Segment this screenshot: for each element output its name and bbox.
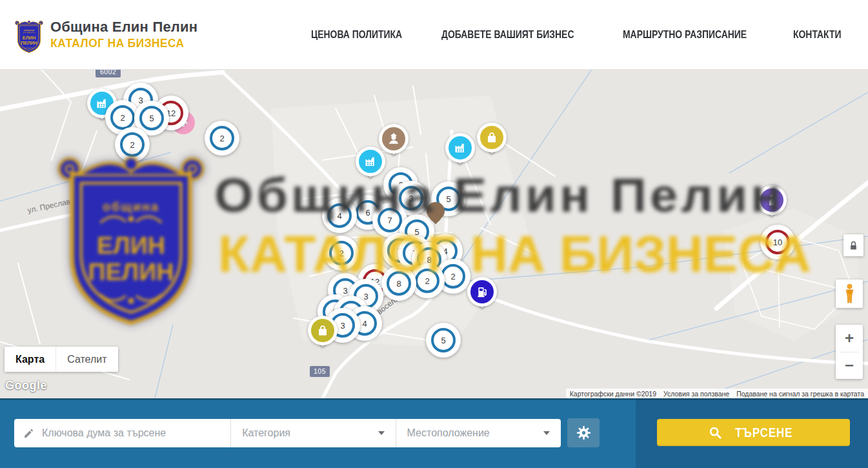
pegman-icon (843, 283, 856, 304)
crest-top-text: община (23, 29, 35, 32)
main-nav: ЦЕНОВА ПОЛИТИКА ДОБАВЕТЕ ВАШИЯТ БИЗНЕС М… (311, 28, 852, 41)
attribution-report-error-link[interactable]: Подаване на сигнал за грешка в картата (736, 390, 864, 398)
header: община ЕЛИН ПЕЛИН Община Елин Пелин КАТА… (0, 0, 868, 70)
gear-icon (576, 425, 591, 440)
keyword-field[interactable] (14, 419, 230, 447)
worker-icon (382, 127, 405, 150)
fuel-icon (470, 280, 494, 303)
attribution-terms-link[interactable]: Условия за ползване (663, 390, 729, 398)
map-type-satellite-button[interactable]: Сателит (56, 347, 117, 372)
factory-icon (359, 150, 382, 173)
cluster-marker[interactable]: 5 (426, 323, 461, 358)
chevron-down-icon (378, 431, 385, 435)
zoom-in-button[interactable]: + (836, 325, 863, 352)
search-section: Категория Местоположение (0, 398, 868, 468)
church-icon (760, 188, 783, 212)
site-logo[interactable]: община ЕЛИН ПЕЛИН Община Елин Пелин КАТА… (14, 15, 197, 54)
category-dropdown-label: Категория (242, 427, 290, 439)
search-button-label: ТЪРСЕНЕ (735, 425, 792, 440)
zoom-control: + − (836, 325, 863, 379)
attribution-copyright: Картографски данни ©2019 (570, 390, 656, 398)
factory-icon (449, 136, 472, 159)
pencil-icon (23, 428, 34, 439)
nav-pricing-policy[interactable]: ЦЕНОВА ПОЛИТИКА (311, 28, 402, 41)
map-canvas[interactable]: 6002105ул. Преславбул. „Новоселци“ 32512… (0, 70, 868, 398)
factory-pin[interactable] (445, 133, 475, 163)
municipality-crest-icon: община ЕЛИН ПЕЛИН (14, 17, 44, 54)
bag-pin[interactable] (477, 123, 507, 152)
category-dropdown[interactable]: Категория (231, 419, 395, 447)
cluster-marker[interactable]: 4 (322, 198, 357, 233)
road-number-badge: 6002 (96, 70, 121, 77)
search-fields: Категория Местоположение (14, 419, 561, 447)
nav-route-schedule[interactable]: МАРШРУТНО РАЗПИСАНИЕ (623, 28, 747, 41)
fuel-pin[interactable] (467, 277, 497, 307)
chevron-down-icon (543, 431, 550, 435)
padlock-icon (849, 240, 858, 251)
search-icon (709, 426, 722, 440)
location-dropdown[interactable]: Местоположение (396, 419, 561, 447)
cluster-marker[interactable]: 10 (760, 225, 795, 259)
map-attribution: Картографски данни ©2019 Условия за полз… (566, 389, 868, 398)
cluster-marker[interactable]: 8 (381, 266, 416, 301)
keyword-input[interactable] (42, 427, 221, 439)
map-type-control: Карта Сателит (5, 347, 118, 372)
bag-pin[interactable] (308, 316, 338, 345)
zoom-out-button[interactable]: − (836, 352, 863, 380)
nav-contacts[interactable]: КОНТАКТИ (793, 28, 842, 41)
crest-name-line1: ЕЛИН (23, 34, 35, 40)
bag-icon (311, 319, 334, 342)
google-logo: Google (5, 379, 47, 392)
cluster-marker[interactable]: 2 (324, 236, 359, 270)
search-button[interactable]: ТЪРСЕНЕ (657, 419, 850, 446)
cluster-marker[interactable]: 2 (205, 121, 239, 156)
map-type-map-button[interactable]: Карта (5, 347, 56, 372)
church-pin[interactable] (757, 185, 787, 215)
crest-name-line2: ПЕЛИН (21, 39, 37, 45)
nav-add-your-business[interactable]: ДОБАВЕТЕ ВАШИЯТ БИЗНЕС (441, 28, 574, 41)
site-title: Община Елин Пелин (50, 19, 197, 36)
lock-button[interactable] (843, 234, 863, 256)
road-number-badge: 105 (310, 366, 330, 377)
cluster-marker[interactable]: 2 (115, 127, 150, 162)
factory-pin[interactable] (356, 147, 385, 176)
pegman-street-view-button[interactable] (836, 280, 863, 308)
advanced-settings-button[interactable] (567, 418, 600, 447)
location-dropdown-label: Местоположение (407, 427, 490, 439)
bag-icon (480, 126, 503, 149)
site-subtitle: КАТАЛОГ НА БИЗНЕСА (50, 36, 184, 50)
